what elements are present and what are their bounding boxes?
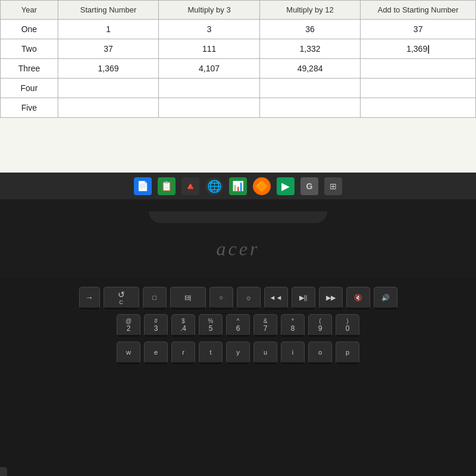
cell-mult3-5[interactable]	[159, 98, 259, 118]
spreadsheet-area: Year Starting Number Multiply by 3 Multi…	[0, 0, 476, 173]
table-row: One 1 3 36 37	[1, 20, 476, 39]
cell-mult3-3[interactable]: 4,107	[159, 59, 259, 79]
table-row: Two 37 111 1,332 1,369	[1, 39, 476, 59]
cell-add-4[interactable]	[361, 79, 476, 98]
cell-mult12-1[interactable]: 36	[259, 20, 360, 39]
key-rparen-0[interactable]: )0	[336, 314, 359, 337]
key-caret-6[interactable]: ^6	[226, 314, 250, 337]
header-year: Year	[1, 1, 58, 20]
drive-icon[interactable]: 🔺	[181, 177, 199, 195]
keyboard-row-qwerty: w e r t y u i o p	[12, 342, 464, 364]
key-vol-up[interactable]: ▶||	[292, 287, 315, 309]
key-brightness[interactable]: ☼	[237, 287, 261, 309]
cell-year-4[interactable]: Four	[1, 79, 58, 98]
keyboard: → ↺C □ ⊟| ○ ☼ ◄◄ ▶|| ▶▶ 🔇 🔊 @2 #3 $.4 %5…	[0, 278, 476, 476]
header-mult3: Multiply by 3	[159, 1, 259, 20]
key-w[interactable]: w	[117, 342, 140, 364]
data-table: Year Starting Number Multiply by 3 Multi…	[0, 0, 476, 118]
key-u[interactable]: u	[253, 342, 277, 364]
g-letter-icon[interactable]: G	[300, 177, 318, 195]
table-row: Five	[1, 98, 476, 118]
screen-icon[interactable]: ⊞	[324, 177, 342, 195]
key-amp-7[interactable]: &7	[253, 314, 277, 337]
brand-logo: acer	[217, 238, 260, 260]
key-e[interactable]: e	[144, 342, 168, 364]
keyboard-row-numbers: @2 #3 $.4 %5 ^6 &7 *8 (9 )0	[12, 314, 464, 337]
key-at-2[interactable]: @2	[117, 314, 140, 337]
table-header-row: Year Starting Number Multiply by 3 Multi…	[1, 1, 476, 20]
table-row: Three 1,369 4,107 49,284	[1, 59, 476, 79]
cell-mult12-3[interactable]: 49,284	[259, 59, 360, 79]
key-window[interactable]: □	[143, 287, 167, 309]
cell-mult12-2[interactable]: 1,332	[259, 39, 360, 59]
app-orange-icon[interactable]: 🔶	[253, 177, 271, 195]
cell-mult3-2[interactable]: 111	[159, 39, 259, 59]
left-side-bar	[0, 467, 7, 476]
key-mute[interactable]: 🔇	[346, 287, 370, 309]
cell-year-1[interactable]: One	[1, 20, 58, 39]
keyboard-row-fn: → ↺C □ ⊟| ○ ☼ ◄◄ ▶|| ▶▶ 🔇 🔊	[12, 287, 464, 309]
play-icon[interactable]: ▶	[277, 177, 295, 195]
cell-add-1[interactable]: 37	[361, 20, 476, 39]
cell-starting-1[interactable]: 1	[58, 20, 158, 39]
key-search[interactable]: ○	[209, 287, 233, 309]
key-vol-down[interactable]: 🔊	[374, 287, 397, 309]
laptop-hinge	[149, 211, 327, 223]
key-tab[interactable]: →	[79, 287, 100, 309]
taskbar: 📄 📋 🔺 🌐 📊 🔶 ▶ G ⊞	[0, 173, 476, 199]
cell-starting-5[interactable]	[58, 98, 158, 118]
key-o[interactable]: o	[308, 342, 332, 364]
cell-mult12-4[interactable]	[259, 79, 360, 98]
laptop-body: acer → ↺C □ ⊟| ○ ☼ ◄◄ ▶|| ▶▶ 🔇 🔊 @2 #3 $…	[0, 199, 476, 476]
cell-mult12-5[interactable]	[259, 98, 360, 118]
key-percent-5[interactable]: %5	[199, 314, 223, 337]
key-hash-3[interactable]: #3	[144, 314, 168, 337]
cell-starting-4[interactable]	[58, 79, 158, 98]
table-row: Four	[1, 79, 476, 98]
key-vol-left[interactable]: ◄◄	[264, 287, 288, 309]
chrome-icon[interactable]: 🌐	[205, 177, 223, 195]
cell-year-3[interactable]: Three	[1, 59, 58, 79]
cell-starting-3[interactable]: 1,369	[58, 59, 158, 79]
cell-year-2[interactable]: Two	[1, 39, 58, 59]
key-multiwindow[interactable]: ⊟|	[170, 287, 206, 309]
header-starting: Starting Number	[58, 1, 158, 20]
key-dollar-4[interactable]: $.4	[171, 314, 195, 337]
key-t[interactable]: t	[199, 342, 223, 364]
header-mult12: Multiply by 12	[259, 1, 360, 20]
key-refresh[interactable]: ↺C	[104, 287, 139, 309]
key-p[interactable]: p	[336, 342, 359, 364]
key-lparen-9[interactable]: (9	[308, 314, 332, 337]
key-i[interactable]: i	[281, 342, 305, 364]
cell-starting-2[interactable]: 37	[58, 39, 158, 59]
cell-add-3[interactable]	[361, 59, 476, 79]
key-y[interactable]: y	[226, 342, 250, 364]
docs-icon[interactable]: 📄	[134, 177, 152, 195]
key-vol-right[interactable]: ▶▶	[319, 287, 343, 309]
docs2-icon[interactable]: 📋	[158, 177, 176, 195]
sheets-icon[interactable]: 📊	[229, 177, 247, 195]
header-add: Add to Starting Number	[361, 1, 476, 20]
key-star-8[interactable]: *8	[281, 314, 305, 337]
cell-add-2[interactable]: 1,369	[361, 39, 476, 59]
cell-mult3-4[interactable]	[159, 79, 259, 98]
key-r[interactable]: r	[171, 342, 195, 364]
cell-mult3-1[interactable]: 3	[159, 20, 259, 39]
cell-add-5[interactable]	[361, 98, 476, 118]
cell-year-5[interactable]: Five	[1, 98, 58, 118]
